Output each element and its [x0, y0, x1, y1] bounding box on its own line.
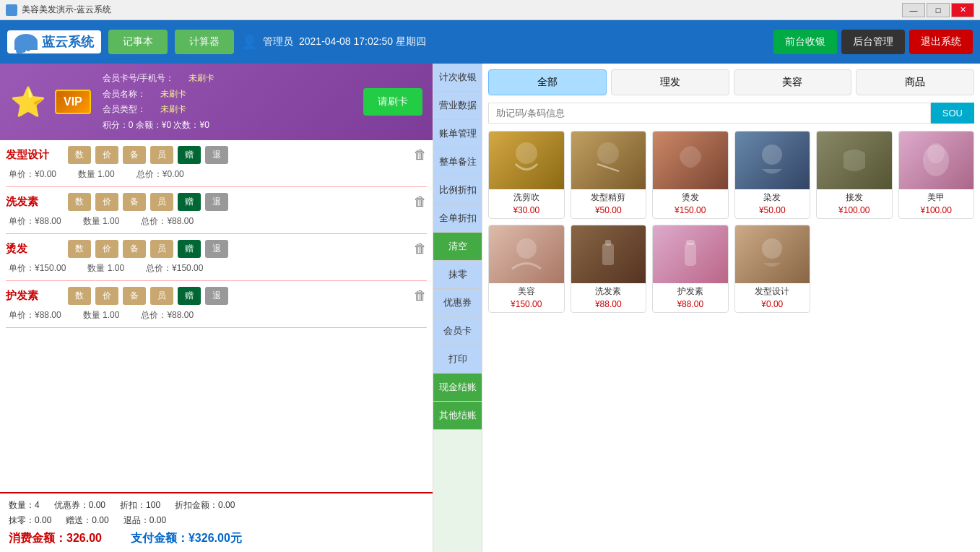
item-staff-button-0[interactable]: 员: [150, 146, 173, 164]
product-card-9[interactable]: 发型设计 ¥0.00: [734, 225, 811, 313]
product-card-8[interactable]: 护发素 ¥88.00: [652, 225, 729, 313]
summary-wipe: 抹零：0.00: [9, 514, 51, 527]
item-return-button-1[interactable]: 退: [205, 193, 228, 211]
item-note-button-3[interactable]: 备: [123, 287, 146, 305]
item-qty-button-2[interactable]: 数: [68, 240, 91, 258]
product-price-5: ¥100.00: [899, 204, 974, 218]
tab-beauty[interactable]: 美容: [734, 69, 852, 95]
member-card-button[interactable]: 会员卡: [433, 317, 482, 345]
item-price-button-2[interactable]: 价: [95, 240, 118, 258]
minimize-button[interactable]: —: [902, 3, 925, 17]
count-cashier-button[interactable]: 计次收银: [433, 64, 482, 92]
vip-info: 会员卡号/手机号： 未刷卡 会员名称： 未刷卡 会员类型： 未刷卡 积分：0 余…: [103, 71, 355, 133]
search-input[interactable]: [488, 103, 931, 124]
item-gift-button-0[interactable]: 赠: [178, 146, 201, 164]
item-return-button-3[interactable]: 退: [205, 287, 228, 305]
notepad-button[interactable]: 记事本: [108, 30, 168, 54]
product-card-6[interactable]: 美容 ¥150.00: [488, 225, 565, 313]
vip-scan-button[interactable]: 请刷卡: [363, 88, 422, 116]
clear-button[interactable]: 清空: [433, 233, 482, 261]
product-card-3[interactable]: 染发 ¥50.00: [734, 131, 811, 219]
order-note-button[interactable]: 整单备注: [433, 148, 482, 176]
item-qty-button-0[interactable]: 数: [68, 146, 91, 164]
product-card-7[interactable]: 洗发素 ¥88.00: [571, 225, 647, 313]
item-staff-button-3[interactable]: 员: [150, 287, 173, 305]
back-office-button[interactable]: 后台管理: [841, 30, 905, 54]
item-gift-button-3[interactable]: 赠: [178, 287, 201, 305]
vip-card-label: 会员卡号/手机号：: [103, 71, 174, 87]
other-checkout-button[interactable]: 其他结账: [433, 402, 482, 430]
table-row: 护发素 数 价 备 员 赠 退 🗑 单价：¥88.00 数量 1.00 总价：¥…: [6, 287, 427, 328]
item-note-button-2[interactable]: 备: [123, 240, 146, 258]
item-gift-button-2[interactable]: 赠: [178, 240, 201, 258]
item-price-button-3[interactable]: 价: [95, 287, 118, 305]
product-name-6: 美容: [489, 283, 564, 298]
item-staff-button-2[interactable]: 员: [150, 240, 173, 258]
svg-point-5: [927, 143, 945, 163]
items-area: 发型设计 数 价 备 员 赠 退 🗑 单价：¥0.00 数量 1.00 总价：¥…: [0, 140, 433, 492]
print-button[interactable]: 打印: [433, 345, 482, 374]
item-note-button-0[interactable]: 备: [123, 146, 146, 164]
product-image-5: [899, 131, 974, 189]
summary-returns: 退品：0.00: [123, 514, 166, 527]
vip-name-value: 未刷卡: [160, 87, 186, 103]
item-delete-button-3[interactable]: 🗑: [414, 288, 427, 303]
item-note-button-1[interactable]: 备: [123, 193, 146, 211]
item-return-button-0[interactable]: 退: [205, 146, 228, 164]
product-name-9: 发型设计: [735, 283, 810, 298]
tab-haircut[interactable]: 理发: [611, 69, 729, 95]
full-discount-button[interactable]: 全单折扣: [433, 204, 482, 233]
item-qty-button-3[interactable]: 数: [68, 287, 91, 305]
item-name-3: 护发素: [6, 289, 64, 303]
product-image-8: [653, 225, 728, 283]
product-price-8: ¥88.00: [653, 298, 728, 312]
svg-line-2: [597, 164, 619, 171]
vip-type-value: 未刷卡: [160, 102, 186, 118]
product-card-0[interactable]: 洗剪吹 ¥30.00: [488, 131, 565, 219]
product-card-1[interactable]: 发型精剪 ¥50.00: [571, 131, 647, 219]
business-data-button[interactable]: 营业数据: [433, 92, 482, 120]
item-delete-button-1[interactable]: 🗑: [414, 194, 427, 210]
summary-discount-amt: 折扣金额：0.00: [175, 499, 235, 512]
product-price-1: ¥50.00: [571, 204, 646, 218]
item-delete-button-0[interactable]: 🗑: [414, 147, 427, 163]
item-total-2: 总价：¥150.00: [146, 262, 203, 275]
item-price-button-0[interactable]: 价: [95, 146, 118, 164]
item-price-button-1[interactable]: 价: [95, 193, 118, 211]
product-card-5[interactable]: 美甲 ¥100.00: [898, 131, 975, 219]
item-staff-button-1[interactable]: 员: [150, 193, 173, 211]
svg-rect-9: [685, 243, 696, 266]
cash-checkout-button[interactable]: 现金结账: [433, 374, 482, 402]
product-price-9: ¥0.00: [735, 298, 810, 312]
search-button[interactable]: SOU: [931, 103, 974, 124]
product-card-2[interactable]: 烫发 ¥150.00: [652, 131, 729, 219]
svg-point-11: [762, 238, 782, 259]
item-return-button-2[interactable]: 退: [205, 240, 228, 258]
item-gift-button-1[interactable]: 赠: [178, 193, 201, 211]
ratio-discount-button[interactable]: 比例折扣: [433, 176, 482, 204]
tab-goods[interactable]: 商品: [856, 69, 974, 95]
tab-all[interactable]: 全部: [488, 69, 607, 95]
item-name-1: 洗发素: [6, 195, 64, 209]
admin-icon: 👤: [241, 34, 257, 50]
table-row: 烫发 数 价 备 员 赠 退 🗑 单价：¥150.00 数量 1.00 总价：¥…: [6, 240, 427, 281]
product-card-4[interactable]: 接发 ¥100.00: [816, 131, 893, 219]
bill-management-button[interactable]: 账单管理: [433, 120, 482, 148]
item-delete-button-2[interactable]: 🗑: [414, 241, 427, 256]
calculator-button[interactable]: 计算器: [175, 30, 234, 54]
close-button[interactable]: ✕: [951, 3, 974, 17]
maximize-button[interactable]: □: [927, 3, 950, 17]
item-quantity-0: 数量 1.00: [78, 168, 115, 181]
item-qty-button-1[interactable]: 数: [68, 193, 91, 211]
wipe-button[interactable]: 抹零: [433, 261, 482, 289]
product-name-1: 发型精剪: [571, 189, 646, 204]
exit-system-button[interactable]: 退出系统: [909, 30, 973, 54]
product-image-6: [489, 225, 564, 283]
table-row: 洗发素 数 价 备 员 赠 退 🗑 单价：¥88.00 数量 1.00 总价：¥…: [6, 193, 427, 234]
svg-point-3: [762, 145, 782, 165]
front-desk-button[interactable]: 前台收银: [773, 30, 837, 54]
item-total-0: 总价：¥0.00: [136, 168, 184, 181]
vip-type-label: 会员类型：: [103, 102, 146, 118]
pay-amount: ¥326.00元: [188, 532, 242, 544]
coupon-button[interactable]: 优惠券: [433, 289, 482, 317]
